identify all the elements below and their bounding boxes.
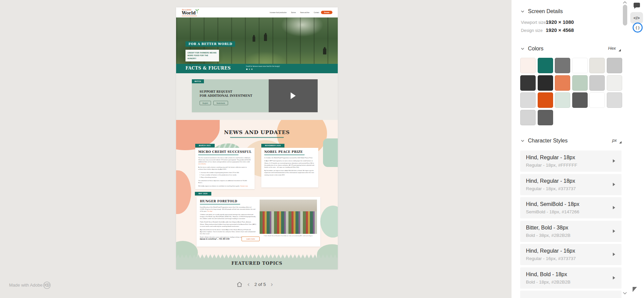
next-artboard-button[interactable]: › — [270, 281, 273, 288]
color-swatch[interactable] — [538, 92, 553, 108]
color-swatch[interactable] — [589, 75, 605, 91]
style-title: Hind, Regular - 18px — [526, 155, 575, 161]
color-swatch[interactable] — [520, 58, 536, 73]
color-swatch[interactable] — [589, 58, 605, 73]
hex-unit-toggle[interactable]: Hex — [608, 46, 616, 51]
see-details-link[interactable]: (see details). — [198, 163, 206, 165]
color-swatch[interactable] — [572, 75, 588, 91]
color-swatch[interactable] — [572, 92, 588, 108]
character-style-row[interactable]: Hind, Regular - 16pxRegular - 16px, #373… — [520, 244, 622, 265]
scrollbar-thumb[interactable] — [623, 5, 627, 26]
color-swatch[interactable] — [555, 92, 570, 108]
color-swatch[interactable] — [555, 75, 570, 91]
character-styles-header[interactable]: Character Styles — [521, 138, 568, 144]
character-style-row[interactable]: Hind, Regular - 18pxRegular - 18px, #FFF… — [520, 151, 622, 172]
nav-link[interactable]: Increase food production — [270, 12, 287, 13]
home-icon[interactable] — [236, 282, 243, 287]
color-swatch[interactable] — [607, 92, 622, 108]
style-subtitle: SemiBold - 18px, #147266 — [526, 209, 579, 214]
news-section: NEWS AND UPDATES MARCH 2021 MICRO CREDIT… — [176, 120, 338, 258]
card-title: HUNGER FORETOLD — [200, 200, 256, 203]
chevron-down-icon — [521, 139, 524, 142]
comment-icon[interactable] — [634, 3, 640, 7]
site-header: For a better World Increase food product… — [176, 7, 338, 17]
facts-title: FACTS & FIGURES — [185, 66, 231, 71]
site-logo[interactable]: For a better World — [181, 9, 202, 16]
color-swatch[interactable] — [538, 75, 553, 91]
screen-details-header[interactable]: Screen Details — [521, 8, 563, 14]
play-icon[interactable] — [291, 92, 296, 99]
style-subtitle: Bold - 38px, #2B2B2B — [526, 233, 571, 238]
chevron-right-icon — [613, 229, 615, 233]
carousel-dot[interactable] — [251, 69, 253, 70]
date-badge: NOVEMBER 2020 — [261, 144, 284, 147]
list-item: 3. Buy a threshing machine. — [200, 176, 252, 178]
colors-header[interactable]: Colors — [521, 46, 543, 52]
video-info: WATCH SUPPORT REQUEST FOR ADDITIONAL INV… — [192, 79, 269, 112]
person-silhouette — [264, 34, 267, 41]
zigzag-border — [176, 254, 338, 258]
per-day-link[interactable]: Per day! — [207, 210, 213, 212]
style-title: Hind, Regular - 16px — [526, 248, 575, 254]
donate-now-link[interactable]: Donate now. — [240, 185, 248, 187]
news-card-hunger-foretold[interactable]: HUNGER FORETOLD David Beasley of the Wor… — [197, 197, 320, 247]
english-button[interactable]: English — [200, 101, 211, 105]
date-badge: MARCH 2021 — [195, 144, 215, 147]
character-style-row-partial[interactable] — [520, 291, 622, 298]
news-card-micro-credit[interactable]: MICRO CREDIT SUCCESSFUL The first round … — [195, 148, 255, 189]
color-swatch[interactable] — [589, 92, 605, 108]
unit-dropdown-icon[interactable] — [619, 141, 622, 143]
decorative-blob — [320, 206, 338, 238]
color-swatch[interactable] — [555, 58, 570, 73]
character-style-row[interactable]: Hind, Regular - 18pxRegular - 18px, #373… — [520, 174, 622, 195]
character-style-row[interactable]: Hind, SemiBold - 18pxSemiBold - 18px, #1… — [520, 197, 622, 218]
color-swatch[interactable] — [607, 75, 622, 91]
specs-panel: Screen Details Viewport size 1920 × 1080… — [512, 0, 644, 298]
viewport-size-label: Viewport size — [521, 20, 546, 25]
character-style-list: Hind, Regular - 18pxRegular - 18px, #FFF… — [520, 151, 622, 298]
color-swatch[interactable] — [607, 58, 622, 73]
featured-topics-band: FEATURED TOPICS — [176, 258, 338, 269]
carousel-dot[interactable] — [246, 69, 248, 70]
cursor-flag-icon — [633, 287, 637, 292]
style-title: Hind, SemiBold - 18px — [526, 201, 579, 207]
video-player[interactable] — [269, 79, 318, 112]
px-unit-toggle[interactable]: px — [612, 138, 617, 143]
color-swatch[interactable] — [520, 92, 536, 108]
code-icon[interactable]: </> — [630, 12, 643, 24]
prev-artboard-button[interactable]: ‹ — [247, 281, 250, 288]
carousel-dot[interactable] — [249, 69, 250, 70]
chevron-down-icon — [521, 10, 524, 13]
color-swatch[interactable] — [572, 58, 588, 73]
color-swatch[interactable] — [538, 110, 553, 125]
video-card: WATCH SUPPORT REQUEST FOR ADDITIONAL INV… — [192, 79, 318, 112]
card-paragraph: By December, we hope to have added 300,0… — [264, 170, 315, 176]
character-style-row[interactable]: Hind, Bold - 18pxBold - 18px, #2B2B2B — [520, 267, 622, 289]
braces-icon[interactable]: { } — [633, 23, 643, 33]
color-swatch[interactable] — [520, 75, 536, 91]
scroll-up-icon[interactable] — [623, 1, 627, 4]
viewport-size-value: 1920 × 1080 — [546, 19, 574, 25]
date-badge: MAY 2020 — [195, 192, 211, 196]
design-size-label: Design size — [521, 28, 543, 33]
donate-button[interactable]: Donate — [321, 11, 332, 14]
card-paragraph: The attainment of these objectives requi… — [198, 180, 252, 184]
news-card-nobel-prize[interactable]: NOBEL PEACE PRIZE In October, the World … — [261, 148, 318, 187]
color-swatch[interactable] — [538, 58, 553, 73]
character-style-row[interactable]: Bitter, Bold - 38pxBold - 38px, #2B2B2B — [520, 221, 622, 242]
carousel-dots — [246, 69, 253, 70]
design-size-value: 1920 × 4568 — [546, 27, 574, 33]
scroll-down-icon[interactable] — [623, 292, 627, 295]
design-preview-artboard[interactable]: For a better World Increase food product… — [176, 7, 338, 269]
featured-topics-title: FEATURED TOPICS — [176, 261, 338, 266]
nav-link[interactable]: News archive — [300, 12, 310, 13]
unit-dropdown-icon[interactable] — [619, 49, 621, 51]
hero-badge: FOR A BETTER WORLD — [185, 41, 235, 47]
learn-more-button[interactable]: Learn more — [241, 237, 260, 241]
nederlands-button[interactable]: Nederlands — [213, 101, 228, 105]
nav-link[interactable]: Contact — [314, 12, 319, 13]
color-swatch[interactable] — [520, 110, 536, 125]
nav-link[interactable]: Stories — [291, 12, 296, 13]
card-paragraph: We kindly request our donors to contribu… — [198, 185, 252, 187]
creative-cloud-icon[interactable] — [43, 281, 51, 289]
